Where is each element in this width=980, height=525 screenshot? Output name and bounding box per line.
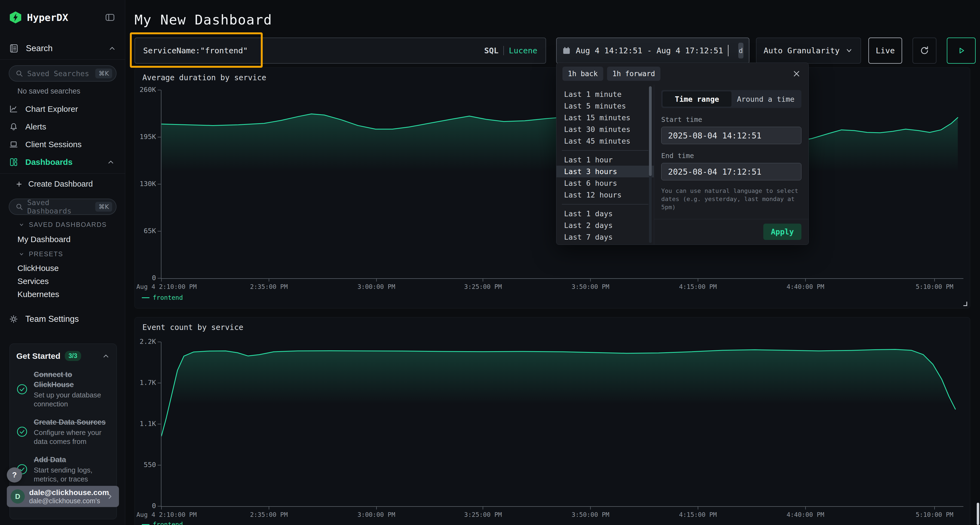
sql-mode-button[interactable]: SQL xyxy=(484,46,498,55)
help-button[interactable]: ? xyxy=(7,467,22,482)
sidebar: HyperDX Search Saved Searches ⌘K No save… xyxy=(0,0,125,525)
apply-button[interactable]: Apply xyxy=(763,224,802,240)
x-tick-label: Aug 4 2:10:00 PM xyxy=(136,511,197,518)
x-tick-label: 3:25:00 PM xyxy=(464,283,502,290)
get-started-checklist: Connect to ClickHouse Set up your databa… xyxy=(16,370,110,484)
refresh-button[interactable] xyxy=(913,38,937,63)
sidebar-item-team-settings[interactable]: Team Settings xyxy=(9,314,79,324)
legend-item[interactable]: frontend xyxy=(142,294,183,301)
shortcut-badge: ⌘K xyxy=(95,202,112,212)
search-icon xyxy=(15,69,24,78)
checklist-item[interactable]: Add Data Start sending logs, metrics, or… xyxy=(16,455,110,484)
presets-list: ClickHouseServicesKubernetes xyxy=(18,262,59,301)
sidebar-item-search[interactable]: Search xyxy=(9,41,116,56)
time-range-option[interactable]: Last 1 hour xyxy=(557,154,654,166)
end-time-input[interactable]: 2025-08-04 17:12:51 xyxy=(661,163,802,180)
time-range-input[interactable]: Aug 4 14:12:51 - Aug 4 17:12:51 d xyxy=(556,38,749,63)
lucene-mode-button[interactable]: Lucene xyxy=(509,46,538,55)
sidebar-item[interactable]: Alerts xyxy=(0,118,125,135)
resize-handle-icon[interactable] xyxy=(963,302,967,306)
y-tick-label: 1.1K xyxy=(135,420,156,428)
time-range-option[interactable]: Last 5 minutes xyxy=(557,100,654,112)
create-dashboard-label: Create Dashboard xyxy=(28,179,93,189)
time-range-option[interactable]: Last 45 minutes xyxy=(557,135,654,147)
back-1h-button[interactable]: 1h back xyxy=(562,67,603,81)
checklist-item[interactable]: Create Data Sources Configure where your… xyxy=(16,417,110,446)
window-scrollbar-thumb[interactable] xyxy=(977,503,979,525)
end-time-label: End time xyxy=(661,152,802,160)
time-picker-tab[interactable]: Time range xyxy=(663,91,732,106)
create-dashboard-button[interactable]: Create Dashboard xyxy=(15,179,93,189)
preset-dashboard-link[interactable]: ClickHouse xyxy=(18,262,59,275)
user-menu[interactable]: D dale@clickhouse.com dale@clickhouse.co… xyxy=(7,486,119,507)
laptop-icon xyxy=(9,140,18,149)
divider xyxy=(0,173,125,174)
y-tick xyxy=(158,424,161,424)
time-range-option[interactable]: Last 15 minutes xyxy=(557,112,654,124)
x-tick-label: Aug 4 2:10:00 PM xyxy=(136,283,197,290)
time-picker-tab[interactable]: Around a time xyxy=(732,91,800,106)
time-range-option[interactable]: Last 7 days xyxy=(557,231,654,243)
close-icon[interactable] xyxy=(791,68,802,80)
time-range-option[interactable]: Last 2 days xyxy=(557,219,654,231)
saved-dashboards-group[interactable]: SAVED DASHBOARDS xyxy=(18,221,107,228)
saved-dashboards-input[interactable]: Saved Dashboards ⌘K xyxy=(9,198,116,215)
chevron-up-icon xyxy=(107,158,115,166)
y-tick-label: 550 xyxy=(135,461,156,469)
preset-dashboard-link[interactable]: Kubernetes xyxy=(18,288,59,301)
plus-icon xyxy=(15,180,23,188)
user-email: dale@clickhouse.com xyxy=(29,488,102,497)
time-range-option[interactable]: Last 1 days xyxy=(557,208,654,219)
y-tick-label: 0 xyxy=(135,274,156,282)
time-range-list: Last 1 minute Last 5 minutes Last 15 min… xyxy=(557,85,654,244)
brand-name: HyperDX xyxy=(27,12,99,23)
time-range-option[interactable]: Last 14 days xyxy=(557,243,654,244)
list-scrollbar xyxy=(649,86,652,243)
time-range-option[interactable]: Last 6 hours xyxy=(557,178,654,189)
time-range-option[interactable] xyxy=(562,204,648,205)
time-range-option[interactable] xyxy=(562,150,648,151)
sidebar-item[interactable]: Dashboards xyxy=(0,153,125,171)
x-tick xyxy=(376,278,377,282)
y-tick-label: 0 xyxy=(135,502,156,510)
preset-dashboard-link[interactable]: Services xyxy=(18,275,59,288)
granularity-select[interactable]: Auto Granularity xyxy=(756,38,861,63)
x-tick xyxy=(590,506,591,509)
chevron-up-icon[interactable] xyxy=(102,352,110,360)
checklist-item[interactable]: Connect to ClickHouse Set up your databa… xyxy=(16,370,110,409)
time-range-option[interactable]: Last 12 hours xyxy=(557,189,654,201)
time-range-option[interactable]: Last 3 hours xyxy=(557,166,654,178)
live-button[interactable]: Live xyxy=(869,38,902,63)
search-filter-input[interactable]: ServiceName:"frontend" SQL Lucene xyxy=(134,38,546,63)
filter-query-value: ServiceName:"frontend" xyxy=(143,46,479,55)
y-tick xyxy=(158,342,161,342)
chevron-up-icon xyxy=(108,44,116,52)
forward-1h-button[interactable]: 1h forward xyxy=(607,67,661,81)
list-scrollbar-thumb[interactable] xyxy=(649,86,652,176)
x-tick-label: 4:40:00 PM xyxy=(786,283,824,290)
x-tick-label: 3:00:00 PM xyxy=(358,511,395,518)
play-button[interactable] xyxy=(947,38,976,63)
sidebar-item[interactable]: Client Sessions xyxy=(0,135,125,153)
dashboard-link[interactable]: My Dashboard xyxy=(18,233,70,246)
chart-plot-area[interactable] xyxy=(161,342,963,506)
sidebar-collapse-icon[interactable] xyxy=(104,12,116,23)
x-tick-label: 2:35:00 PM xyxy=(250,511,288,518)
presets-group[interactable]: PRESETS xyxy=(18,250,63,258)
legend-item[interactable]: frontend xyxy=(142,521,183,525)
chart-title: Average duration by service xyxy=(142,73,266,82)
calendar-icon xyxy=(562,46,571,55)
y-tick xyxy=(158,231,161,232)
chevron-down-icon xyxy=(845,46,853,55)
check-circle-icon xyxy=(16,426,28,438)
y-tick xyxy=(158,383,161,383)
sidebar-item[interactable]: Chart Explorer xyxy=(0,100,125,118)
time-range-option[interactable]: Last 1 minute xyxy=(557,89,654,100)
start-time-input[interactable]: 2025-08-04 14:12:51 xyxy=(661,127,802,144)
granularity-value: Auto Granularity xyxy=(764,46,840,55)
time-shortcut-badge: d xyxy=(738,43,743,59)
page-title: My New Dashboard xyxy=(134,12,272,28)
saved-searches-input[interactable]: Saved Searches ⌘K xyxy=(9,65,116,82)
time-range-option[interactable]: Last 30 minutes xyxy=(557,124,654,135)
user-team: dale@clickhouse.com's xyxy=(29,497,102,505)
